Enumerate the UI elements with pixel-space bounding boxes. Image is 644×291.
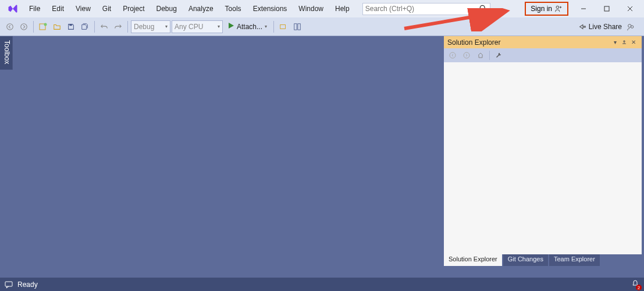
svg-line-1 — [484, 10, 486, 12]
svg-point-17 — [450, 52, 456, 58]
menu-tools[interactable]: Tools — [219, 2, 247, 15]
save-button[interactable] — [65, 20, 77, 33]
nav-forward-button[interactable] — [17, 20, 30, 33]
tab-solution-explorer[interactable]: Solution Explorer — [444, 254, 502, 266]
minimize-button[interactable] — [572, 2, 595, 15]
pin-icon[interactable] — [620, 38, 629, 47]
svg-rect-12 — [280, 24, 286, 29]
chevron-down-icon: ▾ — [265, 24, 267, 29]
chevron-down-icon: ▾ — [218, 24, 220, 29]
svg-point-0 — [480, 5, 485, 10]
tool-icon-1[interactable] — [277, 20, 290, 33]
menu-extensions[interactable]: Extensions — [247, 2, 293, 15]
close-button[interactable] — [618, 2, 642, 15]
new-project-button[interactable] — [37, 20, 49, 33]
window-position-icon[interactable]: ▾ — [610, 38, 620, 47]
search-input[interactable] — [365, 5, 479, 13]
search-icon — [479, 5, 488, 13]
platform-combo[interactable]: Any CPU▾ — [172, 20, 223, 33]
svg-point-10 — [44, 23, 47, 26]
play-icon — [227, 22, 234, 31]
config-combo[interactable]: Debug▾ — [131, 20, 170, 33]
config-label: Debug — [134, 23, 154, 31]
svg-rect-14 — [298, 23, 300, 30]
menu-bar: File Edit View Git Project Debug Analyze… — [0, 0, 644, 17]
person-plus-icon — [554, 5, 563, 13]
menu-file[interactable]: File — [23, 2, 46, 15]
search-box[interactable] — [362, 3, 490, 15]
solution-explorer-tabs: Solution Explorer Git Changes Team Explo… — [444, 254, 642, 266]
undo-button[interactable] — [98, 20, 111, 33]
svg-rect-19 — [5, 282, 12, 286]
attach-label: Attach... — [237, 23, 262, 31]
wrench-icon[interactable] — [492, 49, 505, 62]
platform-label: Any CPU — [175, 23, 203, 31]
live-share-label: Live Share — [589, 23, 622, 31]
svg-rect-11 — [69, 24, 72, 26]
tab-git-changes[interactable]: Git Changes — [503, 254, 548, 266]
svg-point-16 — [631, 25, 633, 27]
save-all-button[interactable] — [79, 20, 91, 33]
sign-in-label: Sign in — [531, 5, 552, 13]
nav-back-button[interactable] — [3, 20, 16, 33]
svg-point-7 — [7, 23, 13, 30]
status-bar: Ready 2 — [0, 278, 644, 291]
chevron-down-icon: ▾ — [165, 24, 168, 29]
solution-explorer-body — [444, 62, 642, 254]
menu-project[interactable]: Project — [117, 2, 150, 15]
svg-point-8 — [21, 23, 27, 30]
svg-point-2 — [556, 6, 558, 8]
toolbar: Debug▾ Any CPU▾ Attach... ▾ Live Share — [0, 17, 644, 36]
status-ready: Ready — [17, 281, 38, 289]
chat-icon[interactable] — [5, 281, 13, 289]
tab-team-explorer[interactable]: Team Explorer — [549, 254, 600, 266]
toolbox-tab[interactable]: Toolbox — [0, 36, 13, 70]
sol-forward-icon[interactable] — [460, 49, 473, 62]
svg-rect-13 — [294, 23, 297, 30]
solution-explorer-title: Solution Explorer — [447, 38, 610, 47]
menu-window[interactable]: Window — [293, 2, 329, 15]
close-icon[interactable]: ✕ — [629, 38, 638, 47]
sol-back-icon[interactable] — [446, 49, 459, 62]
menu-help[interactable]: Help — [329, 2, 355, 15]
maximize-button[interactable] — [595, 2, 618, 15]
menu-edit[interactable]: Edit — [46, 2, 70, 15]
vs-logo-icon — [6, 2, 20, 16]
menu-analyze[interactable]: Analyze — [183, 2, 219, 15]
solution-explorer-panel: Solution Explorer ▾ ✕ Solution Explorer … — [444, 36, 642, 266]
open-button[interactable] — [51, 20, 63, 33]
solution-explorer-titlebar[interactable]: Solution Explorer ▾ ✕ — [444, 36, 642, 48]
notification-badge: 2 — [636, 285, 642, 290]
svg-point-18 — [464, 52, 469, 58]
feedback-icon[interactable] — [627, 23, 635, 31]
menu-view[interactable]: View — [70, 2, 97, 15]
main-area: Toolbox Solution Explorer ▾ ✕ Solution E… — [0, 36, 644, 278]
menu-git[interactable]: Git — [97, 2, 117, 15]
share-icon — [578, 23, 586, 31]
notifications-icon[interactable]: 2 — [631, 279, 639, 289]
live-share-button[interactable]: Live Share — [578, 23, 622, 31]
tool-icon-2[interactable] — [291, 20, 304, 33]
redo-button[interactable] — [112, 20, 124, 33]
home-icon[interactable] — [474, 49, 487, 62]
sign-in-button[interactable]: Sign in — [525, 2, 568, 16]
window-buttons — [572, 2, 642, 15]
attach-button[interactable]: Attach... ▾ — [224, 20, 271, 33]
solution-explorer-toolbar — [444, 48, 642, 62]
svg-rect-4 — [604, 6, 609, 11]
menu-debug[interactable]: Debug — [151, 2, 183, 15]
